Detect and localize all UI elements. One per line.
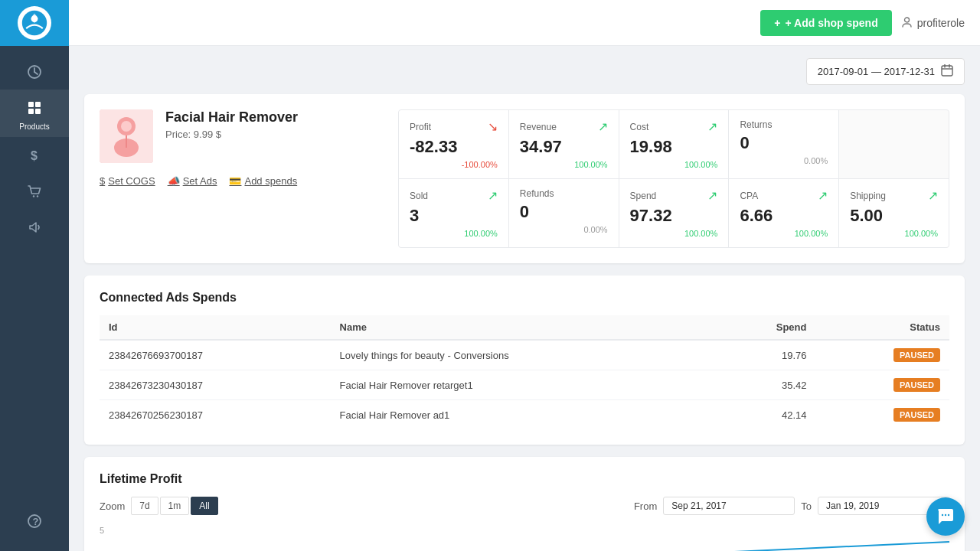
- stat-shipping-change: 100.00%: [850, 229, 938, 238]
- stat-cost-arrow: ↗: [707, 119, 717, 134]
- product-info: Facial Hair Remover Price: 9.99 $ $ Set …: [100, 109, 383, 248]
- stat-shipping-header: Shipping ↗: [850, 188, 938, 203]
- from-date-input[interactable]: [663, 497, 795, 515]
- calendar-icon: [941, 64, 953, 79]
- chat-fab-button[interactable]: [926, 497, 965, 536]
- sidebar-bottom: ?: [27, 503, 42, 551]
- product-price: Price: 9.99 $: [165, 129, 298, 140]
- sidebar-item-ads[interactable]: [0, 209, 69, 245]
- stat-revenue: Revenue ↗ 34.97 100.00%: [509, 110, 619, 178]
- svg-point-14: [904, 18, 909, 22]
- chart-y-label: 5: [100, 526, 104, 535]
- svg-rect-5: [28, 102, 34, 107]
- stat-returns-change: 0.00%: [740, 156, 828, 165]
- stat-revenue-value: 34.97: [520, 137, 608, 157]
- stat-shipping-value: 5.00: [850, 206, 938, 226]
- stat-profit-label: Profit: [410, 122, 431, 132]
- products-icon: [27, 100, 42, 119]
- table-row: 23842676693700187 Lovely things for beau…: [100, 340, 949, 370]
- stat-sold-label: Sold: [410, 191, 428, 201]
- sidebar-item-analytics[interactable]: [0, 54, 69, 90]
- content: 2017-09-01 — 2017-12-31: [69, 46, 980, 551]
- cell-name: Facial Hair Remover retarget1: [331, 370, 716, 400]
- stat-refunds-header: Refunds: [520, 188, 608, 199]
- stat-profit: Profit ↘ -82.33 -100.00%: [399, 110, 508, 178]
- stat-profit-value: -82.33: [410, 137, 498, 157]
- stat-refunds-change: 0.00%: [520, 225, 608, 234]
- cart-icon: [27, 184, 42, 203]
- svg-text:$: $: [31, 149, 38, 162]
- stat-cpa-label: CPA: [740, 191, 758, 201]
- stat-spend-arrow: ↗: [707, 188, 717, 203]
- stat-spend-change: 100.00%: [630, 229, 718, 238]
- cell-id: 23842676693700187: [100, 340, 331, 370]
- stat-profit-arrow: ↘: [488, 119, 498, 134]
- sidebar-logo[interactable]: [0, 0, 69, 46]
- stat-cost-header: Cost ↗: [630, 119, 718, 134]
- stats-grid: Profit ↘ -82.33 -100.00% Revenue ↗ 34.97…: [398, 109, 949, 248]
- stat-shipping: Shipping ↗ 5.00 100.00%: [839, 179, 949, 247]
- logo-icon: [18, 6, 51, 40]
- zoom-7d-button[interactable]: 7d: [131, 497, 158, 515]
- stat-returns-value: 0: [740, 133, 828, 153]
- col-name: Name: [331, 315, 716, 340]
- zoom-1m-button[interactable]: 1m: [160, 497, 190, 515]
- zoom-all-button[interactable]: All: [191, 497, 217, 515]
- product-title: Facial Hair Remover: [165, 109, 298, 126]
- svg-point-24: [942, 514, 943, 516]
- stat-sold-change: 100.00%: [410, 229, 498, 238]
- from-label: From: [634, 500, 657, 512]
- stat-sold-header: Sold ↗: [410, 188, 498, 203]
- stat-revenue-change: 100.00%: [520, 160, 608, 169]
- svg-point-23: [121, 121, 132, 132]
- col-spend: Spend: [716, 315, 816, 340]
- main-wrapper: + + Add shop spend profiterole 2017-09-0…: [69, 0, 980, 551]
- stat-returns-label: Returns: [740, 119, 772, 130]
- stat-shipping-label: Shipping: [850, 191, 886, 201]
- username: profiterole: [917, 17, 965, 29]
- stat-returns-header: Returns: [740, 119, 828, 130]
- stat-spend-label: Spend: [630, 191, 657, 201]
- date-range-value: 2017-09-01 — 2017-12-31: [818, 66, 935, 77]
- stat-refunds-label: Refunds: [520, 188, 554, 199]
- plus-icon: +: [774, 17, 780, 29]
- stat-shipping-arrow: ↗: [928, 188, 938, 203]
- product-card: Facial Hair Remover Price: 9.99 $ $ Set …: [84, 94, 965, 263]
- add-spends-link[interactable]: 💳 Add spends: [229, 175, 297, 187]
- connected-ads-title: Connected Ads Spends: [100, 291, 949, 305]
- user-menu[interactable]: profiterole: [901, 16, 965, 30]
- card-icon: 💳: [229, 175, 241, 187]
- ads-icon: 📣: [168, 175, 180, 187]
- date-range-picker[interactable]: 2017-09-01 — 2017-12-31: [806, 58, 965, 85]
- lifetime-profit-section: Lifetime Profit Zoom 7d 1m All From To 5: [84, 457, 965, 551]
- to-label: To: [801, 500, 812, 512]
- dollar-icon: $: [27, 148, 42, 167]
- stat-cpa-change: 100.00%: [740, 229, 828, 238]
- status-badge: PAUSED: [893, 408, 940, 422]
- stat-returns: Returns 0 0.00%: [729, 110, 838, 178]
- sidebar-item-help[interactable]: ?: [27, 503, 42, 539]
- stat-sold: Sold ↗ 3 100.00%: [399, 179, 508, 247]
- product-details: Facial Hair Remover Price: 9.99 $: [165, 109, 298, 140]
- set-ads-link[interactable]: 📣 Set Ads: [168, 175, 217, 187]
- stat-refunds-value: 0: [520, 202, 608, 222]
- svg-rect-7: [28, 109, 34, 114]
- set-cogs-link[interactable]: $ Set COGS: [100, 175, 155, 187]
- sidebar-item-finance[interactable]: $: [0, 137, 69, 173]
- stat-cost-label: Cost: [630, 122, 649, 132]
- stat-revenue-label: Revenue: [520, 122, 557, 132]
- stat-cost-value: 19.98: [630, 137, 718, 157]
- cell-name: Lovely things for beauty - Conversions: [331, 340, 716, 370]
- svg-point-25: [945, 514, 946, 516]
- stat-empty: [839, 110, 949, 178]
- zoom-label: Zoom: [100, 500, 125, 512]
- add-shop-spend-button[interactable]: + + Add shop spend: [760, 10, 891, 36]
- cell-name: Facial Hair Remover ad1: [331, 400, 716, 430]
- sidebar-nav: Products $: [0, 46, 69, 503]
- sidebar-item-products[interactable]: Products: [0, 90, 69, 137]
- stat-refunds: Refunds 0 0.00%: [509, 179, 619, 247]
- stat-cost-change: 100.00%: [630, 160, 718, 169]
- sidebar-item-orders[interactable]: [0, 173, 69, 209]
- topbar: + + Add shop spend profiterole: [69, 0, 980, 46]
- stat-sold-value: 3: [410, 206, 498, 226]
